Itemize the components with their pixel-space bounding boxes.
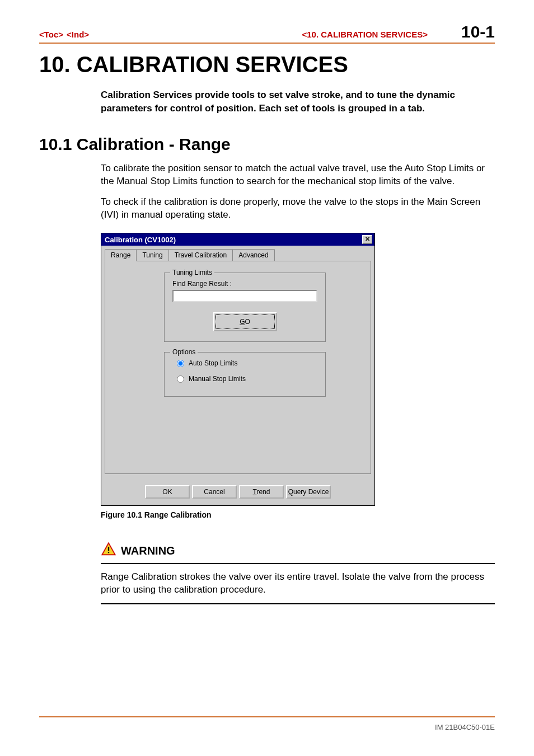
doc-id: IM 21B04C50-01E xyxy=(435,723,495,731)
tuning-limits-group: Tuning Limits Find Range Result : GO xyxy=(164,273,326,342)
tuning-limits-legend: Tuning Limits xyxy=(170,269,214,276)
options-group: Options Auto Stop Limits Manual Stop Lim… xyxy=(164,352,326,397)
intro-text: Calibration Services provide tools to se… xyxy=(101,88,495,115)
tab-strip: Range Tuning Travel Calibration Advanced xyxy=(105,249,371,261)
body-p2: To check if the calibration is done prop… xyxy=(101,196,495,222)
dialog-title: Calibration (CV1002) xyxy=(105,236,176,244)
ok-button[interactable]: OK xyxy=(145,485,190,499)
tab-tuning[interactable]: Tuning xyxy=(136,249,168,261)
warning-title: WARNING xyxy=(121,544,175,557)
tab-travel-calibration[interactable]: Travel Calibration xyxy=(168,249,233,261)
calibration-dialog: Calibration (CV1002) ✕ Range Tuning Trav… xyxy=(101,233,375,506)
section-label: <10. CALIBRATION SERVICES> xyxy=(302,30,428,39)
tab-range[interactable]: Range xyxy=(105,249,137,261)
radio-auto-stop-limits[interactable]: Auto Stop Limits xyxy=(172,359,317,367)
radio-auto-input[interactable] xyxy=(177,360,184,367)
top-bar: <Toc> <Ind> <10. CALIBRATION SERVICES> 1… xyxy=(39,22,495,44)
cancel-button[interactable]: Cancel xyxy=(192,485,237,499)
dialog-button-row: OK Cancel Trend Query Device xyxy=(101,480,374,505)
chapter-title: 10. CALIBRATION SERVICES xyxy=(39,52,495,77)
ind-link[interactable]: <Ind> xyxy=(67,30,89,39)
tab-content-range: Tuning Limits Find Range Result : GO Opt… xyxy=(105,261,371,474)
go-button[interactable]: GO xyxy=(213,312,277,331)
close-button[interactable]: ✕ xyxy=(362,235,372,244)
warning-text: Range Calibration strokes the valve over… xyxy=(101,571,495,597)
trend-button[interactable]: Trend xyxy=(239,485,284,499)
options-legend: Options xyxy=(170,348,198,356)
svg-rect-1 xyxy=(108,547,109,551)
query-device-button[interactable]: Query Device xyxy=(286,485,331,499)
figure-caption: Figure 10.1 Range Calibration xyxy=(101,510,495,519)
radio-manual-label: Manual Stop Limits xyxy=(189,375,246,383)
page-number: 10-1 xyxy=(461,22,495,41)
page-footer: IM 21B04C50-01E xyxy=(39,716,495,731)
find-range-label: Find Range Result : xyxy=(172,280,317,288)
warning-divider-bottom xyxy=(101,603,495,604)
svg-rect-2 xyxy=(108,552,109,553)
radio-manual-input[interactable] xyxy=(177,375,184,383)
tab-advanced[interactable]: Advanced xyxy=(232,249,274,261)
warning-icon xyxy=(101,542,116,560)
body-p1: To calibrate the position sensor to matc… xyxy=(101,162,495,188)
dialog-titlebar: Calibration (CV1002) ✕ xyxy=(101,233,374,246)
toc-link[interactable]: <Toc> xyxy=(39,30,63,39)
warning-divider-top xyxy=(101,563,495,564)
subsection-heading: 10.1 Calibration - Range xyxy=(39,135,495,154)
radio-auto-label: Auto Stop Limits xyxy=(189,359,237,367)
find-range-result-input[interactable] xyxy=(172,290,317,302)
radio-manual-stop-limits[interactable]: Manual Stop Limits xyxy=(172,375,317,383)
